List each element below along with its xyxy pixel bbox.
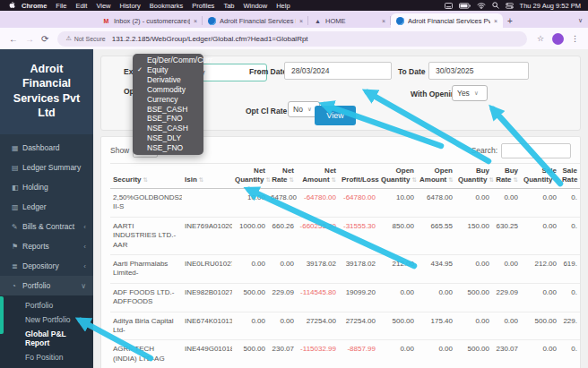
column-header-net-quantity[interactable]: Net Quantity⇅ [232,164,268,189]
column-header-isin[interactable]: Isin⇅ [182,164,232,189]
menubar-item-tab[interactable]: Tab [223,2,234,10]
dropdown-option-eq-der-comm-curr[interactable]: Eq/Der/Comm/Curr [133,56,203,65]
column-header-open-amount[interactable]: Open Amount⇅ [417,164,455,189]
with-opening-select[interactable]: Yes∨ [452,85,488,101]
sidebar-item-ledger-summary[interactable]: ▤Ledger Summary [0,158,93,177]
dropdown-option-commodity[interactable]: Commodity [133,85,203,95]
dropdown-option-derivative[interactable]: Derivative [133,75,203,85]
tab-search-chevron-icon[interactable]: ∨ [578,13,583,28]
menubar-item-edit[interactable]: Edit [75,2,87,10]
report-table-panel: Show 10∨ entries Search: Security⇅Isin⇅N… [100,136,581,368]
sidebar-item-ledger[interactable]: ▥Ledger [0,197,93,217]
value-cell: 630.25 [492,217,521,254]
value-cell: 850.00 [378,217,417,254]
close-tab-icon[interactable]: × [299,18,303,24]
menubar-item-bookmarks[interactable]: Bookmarks [150,2,184,10]
menubar-item-profiles[interactable]: Profiles [192,2,214,10]
back-icon[interactable]: ← [9,34,18,44]
value-cell: 39178.02 [297,254,339,283]
sidebar-item-reports[interactable]: ⚑Reports‹ [0,236,93,256]
submenu-item-global-p-l-report[interactable]: Global P&L Report [0,327,93,350]
value-cell: 229.09 [492,283,521,312]
table-row: Aditya Birla Capital Ltd-INE674K010130.0… [110,312,580,340]
value-cell: 1000.00 [232,217,268,254]
sidebar-item-portfolio[interactable]: ◔Portfolio∨ [0,276,93,295]
column-header-buy-quantity[interactable]: Buy Quantity⇅ [455,164,492,189]
favicon-gmail-icon: M [102,17,110,25]
browser-tab-2[interactable]: ▲HOME× [308,13,391,28]
reload-icon[interactable]: ⟳ [41,34,48,44]
new-tab-button[interactable]: + [503,13,517,28]
chevron-down-icon: ∨ [307,106,312,113]
tab-title: Adroit Financial Services Pvt [408,17,490,25]
dropdown-option-equity[interactable]: ✓Equity [133,65,203,75]
sidebar-item-bills-contract[interactable]: ✎Bills & Contract‹ [0,217,93,236]
battery-icon[interactable] [459,3,471,9]
column-header-open-quantity[interactable]: Open Quantity⇅ [378,164,417,189]
dropdown-option-currency[interactable]: Currency [133,95,203,105]
value-cell: 6478.00 [417,189,455,218]
security-badge[interactable]: ⚠Not Secure [65,35,105,42]
browser-menu-icon[interactable]: ⋮ [571,34,579,43]
dropdown-option-nse-fno[interactable]: NSE_FNO [133,143,203,153]
submenu-item-fo-position[interactable]: Fo Position [0,350,93,364]
menubar-item-help[interactable]: Help [276,2,290,10]
column-header-sale-quantity[interactable]: Sale Quantity⇅ [521,164,559,189]
close-tab-icon[interactable]: × [194,18,197,24]
control-center-icon[interactable] [506,3,514,9]
dropdown-option-bse-cash[interactable]: BSE_CASH [133,105,203,115]
sidebar: Adroit Financial Services Pvt Ltd ▦Dashb… [0,49,93,368]
bookmark-star-icon[interactable]: ☆ [537,34,544,43]
dropdown-option-nse-cash[interactable]: NSE_CASH [133,124,203,133]
keyboard-icon[interactable] [445,3,453,9]
chevron-down-icon: ∨ [474,90,479,97]
sort-icon: ⇅ [554,176,558,183]
sort-icon: ⇅ [514,176,518,183]
dropdown-option-bse-fno[interactable]: BSE_FNO [133,114,203,124]
column-header-net-amount[interactable]: Net Amount⇅ [297,164,339,189]
search-input[interactable] [501,143,571,158]
column-header-label: Sale Quantity [523,167,557,184]
view-button[interactable]: View [315,106,356,125]
apple-logo-icon[interactable] [7,1,16,10]
column-header-buy-rate[interactable]: Buy Rate⇅ [492,164,521,189]
column-header-sale-rate[interactable]: Sale Rate⇅ [559,164,580,189]
browser-tab-3[interactable]: Adroit Financial Services Pvt× [391,13,503,28]
menubar-item-chrome[interactable]: Chrome [22,2,47,10]
menubar-item-window[interactable]: Window [243,2,267,10]
sidebar-item-label: Ledger [22,202,46,211]
sidebar-item-holding[interactable]: ◧Holding [0,177,93,197]
exchange-dropdown-popup: Eq/Der/Comm/Curr✓EquityDerivativeCommodi… [133,54,203,155]
value-cell: 0.00 [455,189,492,218]
close-tab-icon[interactable]: × [494,18,497,24]
sidebar-item-depository[interactable]: ≣Depository‹ [0,256,93,276]
spotlight-search-icon[interactable] [492,2,499,9]
show-label: Show [110,146,129,155]
dropdown-option-nse-dly[interactable]: NSE_DLY [133,133,203,143]
column-header-profit-loss[interactable]: Profit/Loss⇅ [339,164,378,189]
table-row: ADF FOODS LTD.- ADFFOODSINE982B01027500.… [110,283,580,312]
submenu-item-new-portfolio[interactable]: New Portfolio [0,312,93,327]
menubar-item-history[interactable]: History [120,2,141,10]
close-tab-icon[interactable]: × [382,18,385,24]
forward-icon[interactable]: → [25,34,34,44]
browser-tab-0[interactable]: MInbox (2) - customercare@ac× [97,13,203,28]
menubar-clock[interactable]: Thu 29 Aug 9:52 PM [520,2,581,10]
menubar-item-file[interactable]: File [56,2,66,10]
column-header-label: Isin [185,175,197,184]
tab-title: HOME [325,17,378,25]
value-cell: 19099.20 [339,283,378,312]
to-date-input[interactable] [428,62,529,80]
submenu-item-trade-file-export[interactable]: Trade File Export [0,364,93,368]
menubar-item-view[interactable]: View [96,2,110,10]
profile-avatar[interactable] [552,33,564,45]
column-header-net-rate[interactable]: Net Rate⇅ [268,164,297,189]
sidebar-item-dashboard[interactable]: ▦Dashboard [0,138,93,158]
column-header-security[interactable]: Security⇅ [110,164,182,189]
column-header-label: Open Quantity [381,167,414,184]
submenu-item-portfolio[interactable]: Portfolio [0,298,93,312]
wifi-icon[interactable] [477,2,486,9]
address-bar[interactable]: ⚠Not Secure 131.2.2.185/WebGroup/Ledger/… [57,31,527,47]
from-date-input[interactable] [284,62,392,80]
browser-tab-1[interactable]: Adroit Financial Services Pvt× [203,13,308,28]
